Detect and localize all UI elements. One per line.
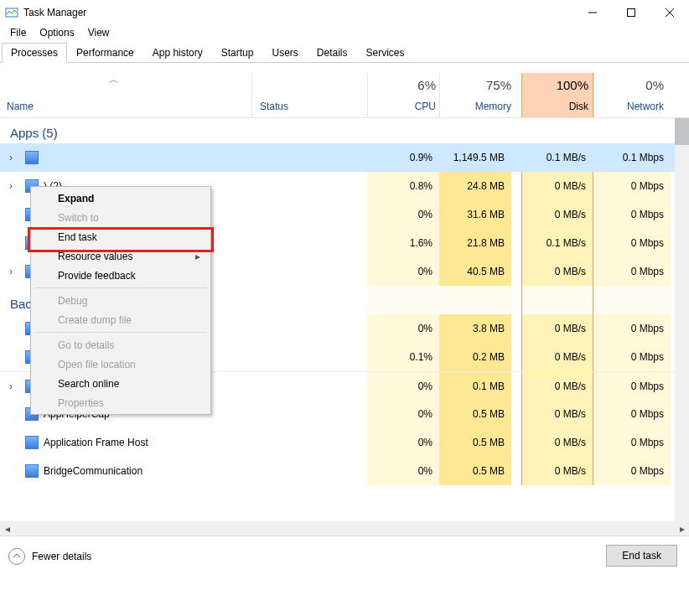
scroll-right-icon[interactable]: ▸	[675, 521, 689, 536]
cpu-cell: 0.8%	[367, 172, 439, 200]
horizontal-scrollbar[interactable]: ◂ ▸	[0, 521, 689, 536]
table-row[interactable]: Application Frame Host0%0.5 MB0 MB/s0 Mb…	[0, 428, 689, 457]
context-menu-item: Properties	[33, 393, 209, 412]
table-row[interactable]: BridgeCommunication0%0.5 MB0 MB/s0 Mbps	[0, 457, 689, 485]
cpu-pct: 6%	[369, 78, 436, 92]
minimize-button[interactable]	[573, 0, 612, 25]
disk-cell: 0 MB/s	[521, 200, 593, 229]
mem-cell	[439, 286, 511, 314]
disk-cell: 0 MB/s	[521, 172, 593, 200]
tabs: Processes Performance App history Startu…	[0, 42, 689, 63]
menu-file[interactable]: File	[3, 25, 33, 42]
cpu-cell: 0%	[367, 457, 439, 485]
disk-cell: 0 MB/s	[521, 428, 593, 457]
context-menu-item[interactable]: Resource values▸	[33, 246, 209, 266]
fewer-details-button[interactable]: Fewer details	[8, 548, 91, 565]
context-menu: ExpandSwitch toEnd taskResource values▸P…	[30, 186, 211, 415]
chevron-right-icon[interactable]: ›	[3, 152, 18, 163]
col-name[interactable]: Name	[7, 101, 34, 112]
sort-chevron-icon: ︿	[109, 73, 119, 87]
column-headers: ︿ Name Status 6% CPU 75% Memory 100% Dis…	[0, 73, 689, 118]
chevron-up-icon	[8, 548, 25, 565]
disk-cell: 0.1 MB/s	[521, 229, 593, 257]
context-menu-item[interactable]: Search online	[33, 374, 209, 393]
net-cell: 0 Mbps	[593, 200, 671, 229]
close-button[interactable]	[650, 0, 689, 25]
tab-startup[interactable]: Startup	[212, 43, 263, 63]
table-row[interactable]: ›0.9%1,149.5 MB0.1 MB/s0.1 Mbps	[0, 143, 689, 172]
mem-cell: 1,149.5 MB	[439, 143, 511, 172]
cpu-cell: 1.6%	[367, 229, 439, 257]
mem-cell: 40.5 MB	[439, 257, 511, 286]
mem-cell: 3.8 MB	[439, 314, 511, 343]
menu-separator	[34, 332, 207, 333]
disk-cell: 0 MB/s	[521, 314, 593, 343]
net-cell: 0 Mbps	[593, 314, 671, 343]
fewer-details-label: Fewer details	[32, 551, 91, 562]
cpu-cell: 0%	[367, 428, 439, 457]
footer: Fewer details End task	[0, 536, 689, 576]
disk-cell: 0.1 MB/s	[521, 143, 593, 172]
tab-processes[interactable]: Processes	[2, 43, 67, 63]
cpu-cell: 0%	[367, 200, 439, 229]
net-cell: 0 Mbps	[593, 257, 671, 286]
tab-users[interactable]: Users	[262, 43, 307, 63]
scroll-thumb[interactable]	[675, 118, 689, 145]
menu-view[interactable]: View	[81, 25, 117, 42]
tab-performance[interactable]: Performance	[67, 43, 143, 63]
context-menu-item: Create dump file	[33, 310, 209, 329]
col-network[interactable]: Network	[597, 101, 664, 112]
titlebar: Task Manager	[0, 0, 689, 25]
menu-options[interactable]: Options	[33, 25, 80, 42]
cpu-cell: 0%	[367, 372, 439, 400]
tab-details[interactable]: Details	[308, 43, 357, 63]
cpu-cell: 0%	[367, 314, 439, 343]
net-cell: 0 Mbps	[593, 172, 671, 200]
col-disk[interactable]: Disk	[521, 101, 588, 112]
net-cell: 0.1 Mbps	[593, 143, 671, 172]
disk-pct: 100%	[521, 78, 588, 92]
disk-cell: 0 MB/s	[521, 400, 593, 428]
disk-cell	[521, 286, 593, 314]
col-memory[interactable]: Memory	[444, 101, 511, 112]
process-icon	[25, 151, 39, 164]
net-cell: 0 Mbps	[593, 400, 671, 428]
mem-cell: 31.6 MB	[439, 200, 511, 229]
col-cpu[interactable]: CPU	[369, 101, 436, 112]
disk-cell: 0 MB/s	[521, 257, 593, 286]
tab-services[interactable]: Services	[357, 43, 414, 63]
scroll-left-icon[interactable]: ◂	[0, 521, 14, 536]
disk-cell: 0 MB/s	[521, 457, 593, 485]
chevron-right-icon[interactable]: ›	[3, 380, 18, 392]
mem-cell: 0.2 MB	[439, 343, 511, 371]
context-menu-item[interactable]: Expand	[33, 189, 209, 208]
chevron-right-icon: ▸	[195, 251, 200, 262]
mem-cell: 21.8 MB	[439, 229, 511, 257]
net-cell: 0 Mbps	[593, 372, 671, 400]
process-icon	[25, 436, 39, 449]
vertical-scrollbar[interactable]	[675, 118, 689, 536]
net-cell: 0 Mbps	[593, 343, 671, 371]
mem-cell: 0.5 MB	[439, 457, 511, 485]
net-pct: 0%	[597, 78, 664, 92]
cpu-cell: 0%	[367, 257, 439, 286]
end-task-button[interactable]: End task	[606, 545, 677, 567]
svg-rect-2	[628, 9, 635, 17]
maximize-button[interactable]	[612, 0, 650, 25]
context-menu-item[interactable]: Provide feedback	[33, 266, 209, 285]
chevron-right-icon[interactable]: ›	[3, 180, 18, 192]
cpu-cell: 0.1%	[367, 343, 439, 371]
chevron-right-icon[interactable]: ›	[3, 266, 18, 277]
net-cell: 0 Mbps	[593, 457, 671, 485]
net-cell: 0 Mbps	[593, 229, 671, 257]
group-apps[interactable]: Apps (5)	[0, 118, 689, 143]
context-menu-item: Switch to	[33, 208, 209, 227]
tab-app-history[interactable]: App history	[143, 43, 212, 63]
disk-cell: 0 MB/s	[521, 372, 593, 400]
col-status[interactable]: Status	[260, 101, 288, 112]
cpu-cell	[367, 286, 439, 314]
menubar: File Options View	[0, 25, 689, 42]
context-menu-item[interactable]: End task	[33, 227, 209, 246]
window-title: Task Manager	[23, 7, 573, 18]
mem-cell: 0.5 MB	[439, 428, 511, 457]
